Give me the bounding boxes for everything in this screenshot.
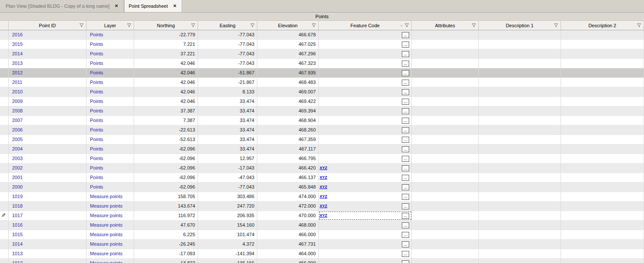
ellipsis-button[interactable]: ... bbox=[402, 99, 409, 105]
filter-icon[interactable] bbox=[127, 23, 131, 28]
cell-feature-code[interactable]: ... bbox=[319, 78, 412, 87]
cell-easting[interactable]: 33.474 bbox=[198, 125, 257, 135]
cell-description-1[interactable] bbox=[479, 154, 561, 163]
cell-attributes[interactable] bbox=[412, 183, 479, 192]
cell-feature-code[interactable]: ... bbox=[319, 106, 412, 115]
cell-layer[interactable]: Points bbox=[87, 173, 134, 182]
column-header-description-2[interactable]: Description 2 bbox=[561, 21, 644, 30]
column-header-attributes[interactable]: Attributes bbox=[412, 21, 479, 30]
cell-description-2[interactable] bbox=[561, 183, 644, 192]
cell-elevation[interactable]: 468.904 bbox=[257, 116, 319, 125]
cell-easting[interactable]: 33.474 bbox=[198, 144, 257, 154]
ellipsis-button[interactable]: ... bbox=[402, 42, 409, 48]
cell-feature-code[interactable]: XYZ... bbox=[319, 202, 412, 211]
tab-point-spreadsheet[interactable]: Point Spreadsheet✕ bbox=[124, 0, 183, 12]
tab-plan-view-shaded-bldg-copy-of-a-long-nam[interactable]: Plan View [Shaded BLDG - Copy of a long … bbox=[1, 0, 124, 12]
cell-description-1[interactable] bbox=[479, 30, 561, 39]
cell-attributes[interactable] bbox=[412, 106, 479, 115]
cell-point-id[interactable]: 1016 bbox=[9, 221, 87, 230]
cell-northing[interactable]: 47.670 bbox=[134, 221, 198, 230]
cell-description-2[interactable] bbox=[561, 125, 644, 135]
cell-attributes[interactable] bbox=[412, 40, 479, 49]
ellipsis-button[interactable]: ... bbox=[402, 137, 409, 143]
cell-point-id[interactable]: 2000 bbox=[9, 183, 87, 192]
cell-feature-code[interactable]: ... bbox=[319, 49, 412, 58]
ellipsis-button[interactable]: ... bbox=[402, 165, 409, 171]
cell-northing[interactable]: 42.046 bbox=[134, 78, 198, 87]
cell-elevation[interactable]: 467.935 bbox=[257, 68, 319, 77]
cell-elevation[interactable]: 467.323 bbox=[257, 59, 319, 68]
cell-layer[interactable]: Points bbox=[87, 49, 134, 58]
cell-layer[interactable]: Points bbox=[87, 40, 134, 49]
cell-feature-code[interactable]: ... bbox=[319, 59, 412, 68]
ellipsis-button[interactable]: ... bbox=[402, 251, 409, 257]
cell-description-1[interactable] bbox=[479, 106, 561, 115]
cell-northing[interactable]: 143.674 bbox=[134, 202, 198, 211]
cell-point-id[interactable]: 2008 bbox=[9, 106, 87, 115]
cell-easting[interactable]: 33.474 bbox=[198, 97, 257, 106]
cell-northing[interactable]: -26.245 bbox=[134, 240, 198, 249]
cell-point-id[interactable]: 1018 bbox=[9, 202, 87, 211]
cell-easting[interactable]: -77.043 bbox=[198, 59, 257, 68]
cell-description-1[interactable] bbox=[479, 164, 561, 173]
cell-feature-code[interactable]: ... bbox=[319, 116, 412, 125]
cell-layer[interactable]: Points bbox=[87, 97, 134, 106]
cell-attributes[interactable] bbox=[412, 30, 479, 39]
cell-description-1[interactable] bbox=[479, 135, 561, 144]
filter-icon[interactable] bbox=[637, 23, 641, 28]
cell-easting[interactable]: -51.867 bbox=[198, 68, 257, 77]
cell-easting[interactable]: 8.133 bbox=[198, 87, 257, 96]
cell-easting[interactable]: 33.474 bbox=[198, 116, 257, 125]
cell-easting[interactable]: 4.372 bbox=[198, 240, 257, 249]
row-selector[interactable] bbox=[0, 192, 9, 201]
xyz-link[interactable]: XYZ bbox=[320, 203, 327, 208]
cell-feature-code[interactable]: ... bbox=[319, 135, 412, 144]
row-selector[interactable] bbox=[0, 259, 9, 263]
cell-point-id[interactable]: 2003 bbox=[9, 154, 87, 163]
cell-description-2[interactable] bbox=[561, 68, 644, 77]
cell-feature-code[interactable]: ... bbox=[319, 97, 412, 106]
cell-description-2[interactable] bbox=[561, 40, 644, 49]
cell-description-1[interactable] bbox=[479, 249, 561, 258]
cell-attributes[interactable] bbox=[412, 49, 479, 58]
cell-description-1[interactable] bbox=[479, 183, 561, 192]
cell-easting[interactable]: 206.935 bbox=[198, 211, 257, 220]
cell-attributes[interactable] bbox=[412, 78, 479, 87]
cell-easting[interactable]: -17.043 bbox=[198, 164, 257, 173]
cell-description-1[interactable] bbox=[479, 125, 561, 135]
row-selector[interactable] bbox=[0, 30, 9, 39]
cell-point-id[interactable]: 1015 bbox=[9, 230, 87, 239]
cell-layer[interactable]: Measure points bbox=[87, 259, 134, 263]
cell-description-1[interactable] bbox=[479, 78, 561, 87]
row-selector[interactable] bbox=[0, 173, 9, 182]
cell-point-id[interactable]: 2011 bbox=[9, 78, 87, 87]
column-header-point-id[interactable]: Point ID bbox=[9, 21, 87, 30]
ellipsis-button[interactable]: ... bbox=[402, 89, 409, 95]
cell-elevation[interactable]: 466.420 bbox=[257, 164, 319, 173]
cell-northing[interactable]: 42.046 bbox=[134, 68, 198, 77]
cell-elevation[interactable]: 467.731 bbox=[257, 240, 319, 249]
cell-easting[interactable]: -47.043 bbox=[198, 173, 257, 182]
cell-point-id[interactable]: 2015 bbox=[9, 40, 87, 49]
cell-attributes[interactable] bbox=[412, 154, 479, 163]
ellipsis-button[interactable]: ... bbox=[402, 80, 409, 86]
cell-easting[interactable]: 33.474 bbox=[198, 135, 257, 144]
filter-icon[interactable] bbox=[191, 23, 195, 28]
ellipsis-button[interactable]: ... bbox=[402, 260, 409, 263]
cell-easting[interactable]: 136.166 bbox=[198, 259, 257, 263]
cell-layer[interactable]: Points bbox=[87, 59, 134, 68]
cell-description-1[interactable] bbox=[479, 87, 561, 96]
ellipsis-button[interactable]: ... bbox=[402, 194, 409, 200]
cell-layer[interactable]: Measure points bbox=[87, 240, 134, 249]
cell-description-1[interactable] bbox=[479, 144, 561, 154]
cell-easting[interactable]: -77.043 bbox=[198, 40, 257, 49]
cell-attributes[interactable] bbox=[412, 259, 479, 263]
cell-elevation[interactable]: 467.296 bbox=[257, 49, 319, 58]
cell-description-1[interactable] bbox=[479, 49, 561, 58]
cell-description-1[interactable] bbox=[479, 68, 561, 77]
row-selector[interactable] bbox=[0, 68, 9, 77]
cell-elevation[interactable]: 466.795 bbox=[257, 154, 319, 163]
cell-feature-code[interactable]: ... bbox=[319, 154, 412, 163]
cell-description-2[interactable] bbox=[561, 78, 644, 87]
cell-attributes[interactable] bbox=[412, 249, 479, 258]
